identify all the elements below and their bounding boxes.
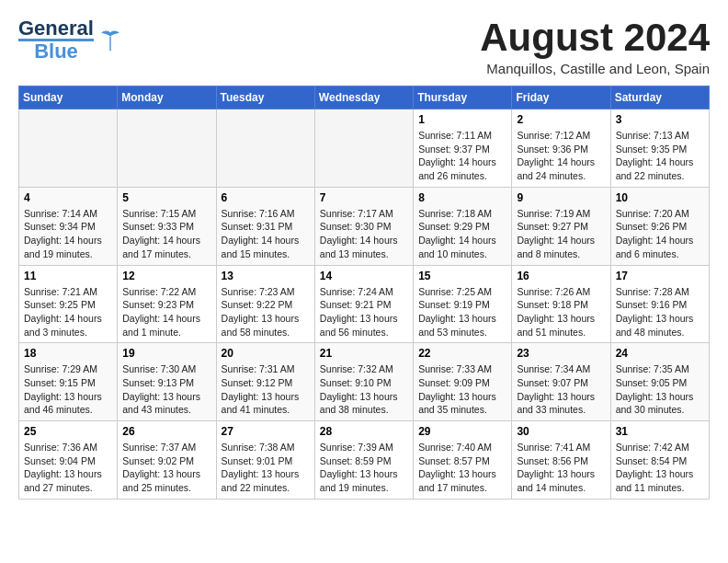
day-info: Sunrise: 7:24 AM Sunset: 9:21 PM Dayligh… xyxy=(320,285,408,339)
calendar-cell: 2Sunrise: 7:12 AM Sunset: 9:36 PM Daylig… xyxy=(512,109,610,188)
page-header: General Blue August 2024 Manquillos, Cas… xyxy=(18,18,710,76)
logo-blue: Blue xyxy=(34,41,78,62)
day-number: 16 xyxy=(517,270,605,282)
day-info: Sunrise: 7:39 AM Sunset: 8:59 PM Dayligh… xyxy=(320,441,408,495)
day-number: 25 xyxy=(24,425,112,438)
day-number: 10 xyxy=(616,191,704,204)
day-number: 12 xyxy=(122,270,210,282)
day-info: Sunrise: 7:15 AM Sunset: 9:33 PM Dayligh… xyxy=(122,207,210,261)
day-info: Sunrise: 7:41 AM Sunset: 8:56 PM Dayligh… xyxy=(517,441,605,495)
weekday-header-saturday: Saturday xyxy=(610,86,709,109)
day-number: 31 xyxy=(616,425,704,438)
calendar-cell: 26Sunrise: 7:37 AM Sunset: 9:02 PM Dayli… xyxy=(118,421,216,500)
day-info: Sunrise: 7:29 AM Sunset: 9:15 PM Dayligh… xyxy=(24,362,112,417)
calendar-cell: 23Sunrise: 7:34 AM Sunset: 9:07 PM Dayli… xyxy=(512,343,610,421)
day-number: 5 xyxy=(122,191,210,204)
day-number: 11 xyxy=(24,270,112,282)
day-number: 22 xyxy=(418,347,506,360)
calendar-cell: 20Sunrise: 7:31 AM Sunset: 9:12 PM Dayli… xyxy=(216,343,314,421)
weekday-header-sunday: Sunday xyxy=(19,86,118,109)
day-info: Sunrise: 7:14 AM Sunset: 9:34 PM Dayligh… xyxy=(24,207,112,261)
day-info: Sunrise: 7:18 AM Sunset: 9:29 PM Dayligh… xyxy=(418,207,506,261)
logo: General Blue xyxy=(18,18,123,62)
day-number: 27 xyxy=(222,425,310,438)
day-number: 9 xyxy=(517,191,605,204)
day-info: Sunrise: 7:35 AM Sunset: 9:05 PM Dayligh… xyxy=(616,362,704,417)
day-info: Sunrise: 7:40 AM Sunset: 8:57 PM Dayligh… xyxy=(418,441,506,495)
day-number: 18 xyxy=(24,347,112,360)
calendar-week-2: 4Sunrise: 7:14 AM Sunset: 9:34 PM Daylig… xyxy=(19,187,710,265)
day-number: 7 xyxy=(320,191,408,204)
day-number: 13 xyxy=(222,270,310,282)
day-number: 26 xyxy=(122,425,210,438)
day-info: Sunrise: 7:19 AM Sunset: 9:27 PM Dayligh… xyxy=(517,207,605,261)
calendar-cell: 31Sunrise: 7:42 AM Sunset: 8:54 PM Dayli… xyxy=(610,421,709,500)
calendar-cell: 29Sunrise: 7:40 AM Sunset: 8:57 PM Dayli… xyxy=(414,421,512,500)
weekday-header-tuesday: Tuesday xyxy=(216,86,314,109)
weekday-header-thursday: Thursday xyxy=(414,86,512,109)
day-info: Sunrise: 7:26 AM Sunset: 9:18 PM Dayligh… xyxy=(517,285,605,339)
calendar-cell: 5Sunrise: 7:15 AM Sunset: 9:33 PM Daylig… xyxy=(118,187,216,265)
day-number: 14 xyxy=(320,270,408,282)
day-number: 1 xyxy=(418,113,506,126)
day-info: Sunrise: 7:21 AM Sunset: 9:25 PM Dayligh… xyxy=(24,285,112,339)
day-info: Sunrise: 7:13 AM Sunset: 9:35 PM Dayligh… xyxy=(616,129,704,183)
day-number: 3 xyxy=(616,113,704,126)
logo-bird-icon xyxy=(97,28,123,53)
calendar-cell: 18Sunrise: 7:29 AM Sunset: 9:15 PM Dayli… xyxy=(19,343,118,421)
calendar-cell: 14Sunrise: 7:24 AM Sunset: 9:21 PM Dayli… xyxy=(314,265,413,343)
calendar-cell: 9Sunrise: 7:19 AM Sunset: 9:27 PM Daylig… xyxy=(512,187,610,265)
calendar-header-row: SundayMondayTuesdayWednesdayThursdayFrid… xyxy=(19,86,710,109)
day-info: Sunrise: 7:22 AM Sunset: 9:23 PM Dayligh… xyxy=(122,285,210,339)
weekday-header-monday: Monday xyxy=(118,86,216,109)
day-number: 24 xyxy=(616,347,704,360)
calendar-week-4: 18Sunrise: 7:29 AM Sunset: 9:15 PM Dayli… xyxy=(19,343,710,421)
day-info: Sunrise: 7:12 AM Sunset: 9:36 PM Dayligh… xyxy=(517,129,605,183)
logo-general: General xyxy=(18,18,94,39)
day-number: 30 xyxy=(517,425,605,438)
calendar-cell: 13Sunrise: 7:23 AM Sunset: 9:22 PM Dayli… xyxy=(216,265,314,343)
month-year-title: August 2024 xyxy=(480,18,710,57)
calendar-cell: 30Sunrise: 7:41 AM Sunset: 8:56 PM Dayli… xyxy=(512,421,610,500)
day-number: 28 xyxy=(320,425,408,438)
day-info: Sunrise: 7:17 AM Sunset: 9:30 PM Dayligh… xyxy=(320,207,408,261)
calendar-week-5: 25Sunrise: 7:36 AM Sunset: 9:04 PM Dayli… xyxy=(19,421,710,500)
day-number: 23 xyxy=(517,347,605,360)
title-area: August 2024 Manquillos, Castille and Leo… xyxy=(480,18,710,76)
day-number: 8 xyxy=(418,191,506,204)
day-info: Sunrise: 7:37 AM Sunset: 9:02 PM Dayligh… xyxy=(122,441,210,495)
calendar-cell: 12Sunrise: 7:22 AM Sunset: 9:23 PM Dayli… xyxy=(118,265,216,343)
calendar-cell xyxy=(216,109,314,188)
day-info: Sunrise: 7:28 AM Sunset: 9:16 PM Dayligh… xyxy=(616,285,704,339)
day-info: Sunrise: 7:20 AM Sunset: 9:26 PM Dayligh… xyxy=(616,207,704,261)
calendar-cell: 16Sunrise: 7:26 AM Sunset: 9:18 PM Dayli… xyxy=(512,265,610,343)
day-info: Sunrise: 7:33 AM Sunset: 9:09 PM Dayligh… xyxy=(418,362,506,417)
calendar-cell xyxy=(19,109,118,188)
calendar-week-1: 1Sunrise: 7:11 AM Sunset: 9:37 PM Daylig… xyxy=(19,109,710,188)
day-number: 2 xyxy=(517,113,605,126)
calendar-cell: 17Sunrise: 7:28 AM Sunset: 9:16 PM Dayli… xyxy=(610,265,709,343)
day-info: Sunrise: 7:11 AM Sunset: 9:37 PM Dayligh… xyxy=(418,129,506,183)
calendar-cell: 21Sunrise: 7:32 AM Sunset: 9:10 PM Dayli… xyxy=(314,343,413,421)
day-info: Sunrise: 7:32 AM Sunset: 9:10 PM Dayligh… xyxy=(320,362,408,417)
day-number: 15 xyxy=(418,270,506,282)
day-info: Sunrise: 7:16 AM Sunset: 9:31 PM Dayligh… xyxy=(222,207,310,261)
day-number: 17 xyxy=(616,270,704,282)
weekday-header-wednesday: Wednesday xyxy=(314,86,413,109)
calendar-cell: 11Sunrise: 7:21 AM Sunset: 9:25 PM Dayli… xyxy=(19,265,118,343)
calendar-cell xyxy=(118,109,216,188)
calendar-cell: 24Sunrise: 7:35 AM Sunset: 9:05 PM Dayli… xyxy=(610,343,709,421)
day-number: 4 xyxy=(24,191,112,204)
day-number: 21 xyxy=(320,347,408,360)
calendar-cell: 27Sunrise: 7:38 AM Sunset: 9:01 PM Dayli… xyxy=(216,421,314,500)
day-info: Sunrise: 7:42 AM Sunset: 8:54 PM Dayligh… xyxy=(616,441,704,495)
calendar-cell: 7Sunrise: 7:17 AM Sunset: 9:30 PM Daylig… xyxy=(314,187,413,265)
day-number: 19 xyxy=(122,347,210,360)
calendar-cell: 10Sunrise: 7:20 AM Sunset: 9:26 PM Dayli… xyxy=(610,187,709,265)
day-info: Sunrise: 7:36 AM Sunset: 9:04 PM Dayligh… xyxy=(24,441,112,495)
day-info: Sunrise: 7:23 AM Sunset: 9:22 PM Dayligh… xyxy=(222,285,310,339)
day-number: 29 xyxy=(418,425,506,438)
calendar-cell: 1Sunrise: 7:11 AM Sunset: 9:37 PM Daylig… xyxy=(414,109,512,188)
calendar-cell: 6Sunrise: 7:16 AM Sunset: 9:31 PM Daylig… xyxy=(216,187,314,265)
day-info: Sunrise: 7:34 AM Sunset: 9:07 PM Dayligh… xyxy=(517,362,605,417)
